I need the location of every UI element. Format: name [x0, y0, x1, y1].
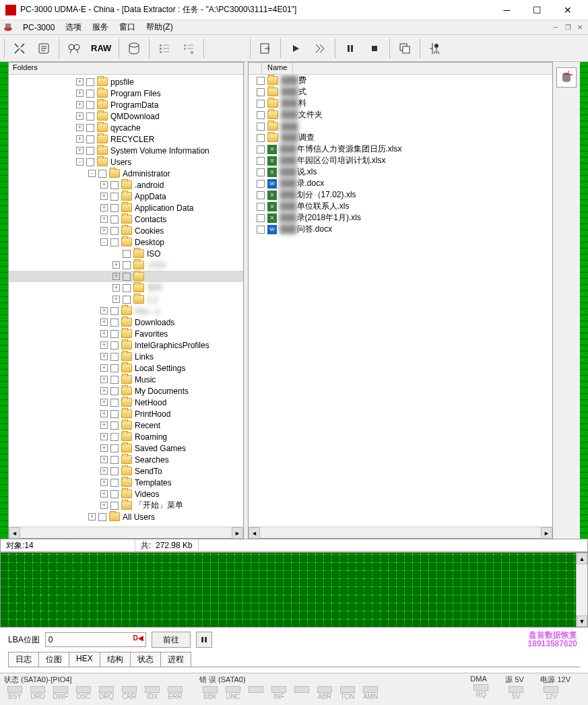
file-list[interactable]: ███费███式███料███文件夹██████调查X███年博信人力资源集团日… [249, 75, 552, 527]
tree-row[interactable]: +Videos [9, 488, 243, 500]
tree-row[interactable]: +ppsfile [9, 76, 243, 88]
checkbox[interactable] [110, 227, 119, 235]
file-row[interactable]: ███ [249, 121, 552, 132]
checkbox[interactable] [86, 90, 94, 98]
expand-icon[interactable]: + [100, 490, 108, 498]
maximize-button[interactable]: ☐ [522, 1, 552, 20]
checkbox[interactable] [110, 456, 119, 464]
tree-row[interactable]: +NetHood [9, 397, 243, 408]
checkbox[interactable] [110, 502, 119, 510]
tab-hex[interactable]: HEX [69, 652, 100, 667]
checkbox[interactable] [123, 284, 131, 292]
tree-row[interactable]: +QMDownload [9, 110, 243, 122]
checkbox[interactable] [110, 353, 119, 361]
expand-icon[interactable]: + [100, 364, 108, 372]
files-hscroll[interactable]: ◄ ► [249, 527, 552, 538]
tree-row[interactable]: +Links [9, 351, 243, 362]
checkbox[interactable] [110, 193, 119, 201]
file-row[interactable]: ███调查 [249, 132, 552, 143]
checkbox[interactable] [257, 88, 265, 96]
tree-row[interactable]: +Templates [9, 477, 243, 488]
tab-log[interactable]: 日志 [8, 652, 39, 667]
folders-hscroll[interactable]: ◄ ► [9, 527, 243, 538]
expand-icon[interactable]: + [112, 273, 120, 280]
tree-row[interactable]: +Music [9, 374, 243, 385]
checkbox[interactable] [110, 330, 119, 338]
tree-row[interactable]: +Local Settings [9, 362, 243, 374]
checkbox[interactable] [257, 214, 265, 222]
expand-icon[interactable]: + [76, 135, 84, 143]
checkbox[interactable] [257, 168, 265, 176]
play-button[interactable] [285, 37, 306, 60]
tree-row[interactable]: +Program Files [9, 88, 243, 99]
tree-row[interactable]: +Saved Games [9, 442, 243, 454]
expand-icon[interactable]: + [112, 284, 120, 292]
expand-icon[interactable]: + [76, 78, 84, 86]
expand-icon[interactable]: + [76, 90, 84, 97]
scroll-up-icon[interactable]: ▲ [577, 553, 587, 564]
checkbox[interactable] [110, 376, 119, 384]
expand-icon[interactable]: + [100, 422, 108, 429]
collapse-icon[interactable]: - [100, 238, 108, 246]
tree-row[interactable]: +RECYCLER [9, 133, 243, 145]
tree-row[interactable]: +qycache [9, 122, 243, 133]
tree-row[interactable]: +System Volume Information [9, 145, 243, 156]
expand-icon[interactable]: + [112, 296, 120, 303]
expand-icon[interactable]: + [100, 410, 108, 417]
file-row[interactable]: ███文件夹 [249, 109, 552, 121]
tree-row[interactable]: +Roaming [9, 431, 243, 442]
raw-button[interactable]: RAW [88, 37, 115, 60]
checkbox[interactable] [257, 157, 265, 165]
list1-button[interactable] [154, 37, 175, 60]
checkbox[interactable] [257, 191, 265, 199]
tree-row[interactable]: +My Documents [9, 385, 243, 397]
search-button[interactable] [63, 37, 85, 60]
checkbox[interactable] [110, 490, 119, 498]
scroll-left-icon[interactable]: ◄ [249, 527, 260, 539]
checkbox[interactable] [110, 467, 119, 475]
expand-icon[interactable]: + [76, 124, 84, 131]
files-column-header[interactable]: Name [249, 63, 552, 75]
checkbox[interactable] [110, 238, 119, 246]
folder-tree-scroll[interactable]: +ppsfile+Program Files+ProgramData+QMDow… [9, 75, 243, 527]
mdi-close-button[interactable]: ✕ [575, 23, 585, 32]
file-row[interactable]: ███式 [249, 86, 552, 98]
tree-row[interactable]: +PrintHood [9, 408, 243, 419]
checkbox[interactable] [257, 180, 265, 188]
menu-help[interactable]: 帮助(Z) [141, 20, 178, 34]
checkbox[interactable] [86, 158, 94, 166]
tree-row[interactable]: -Desktop [9, 236, 243, 248]
expand-icon[interactable]: + [100, 227, 108, 234]
expand-icon[interactable]: + [100, 215, 108, 223]
file-row[interactable]: X███划分（17.02).xls [249, 189, 552, 201]
checkbox[interactable] [86, 147, 94, 155]
list2-button[interactable] [178, 37, 199, 60]
checkbox[interactable] [86, 78, 94, 86]
checkbox[interactable] [123, 261, 131, 269]
file-row[interactable]: W███录.docx [249, 178, 552, 189]
expand-icon[interactable]: + [76, 112, 84, 120]
lba-input[interactable] [45, 632, 146, 647]
expand-icon[interactable]: + [100, 502, 108, 509]
file-row[interactable]: W███问答.docx [249, 224, 552, 235]
checkbox[interactable] [257, 111, 265, 119]
db-button[interactable] [123, 37, 145, 60]
tree-row[interactable]: +「开始」菜单 [9, 500, 243, 511]
expand-icon[interactable]: + [100, 467, 108, 475]
menu-pc3000[interactable]: PC-3000 [18, 22, 60, 34]
expand-icon[interactable]: + [100, 376, 108, 383]
tree-row[interactable]: -Users [9, 156, 243, 168]
checkbox[interactable] [123, 296, 131, 304]
pause-button[interactable] [339, 37, 361, 60]
expand-icon[interactable]: + [100, 444, 108, 452]
tab-struct[interactable]: 结构 [100, 652, 131, 667]
close-button[interactable]: ✕ [552, 1, 583, 20]
checkbox[interactable] [110, 444, 119, 452]
tree-row[interactable]: +1.2 [9, 294, 243, 305]
file-row[interactable]: X███年博信人力资源集团日历.xlsx [249, 143, 552, 155]
checkbox[interactable] [110, 410, 119, 418]
checkbox[interactable] [110, 181, 119, 189]
checkbox[interactable] [86, 112, 94, 121]
tab-progress[interactable]: 进程 [160, 652, 191, 667]
checkbox[interactable] [257, 226, 265, 234]
